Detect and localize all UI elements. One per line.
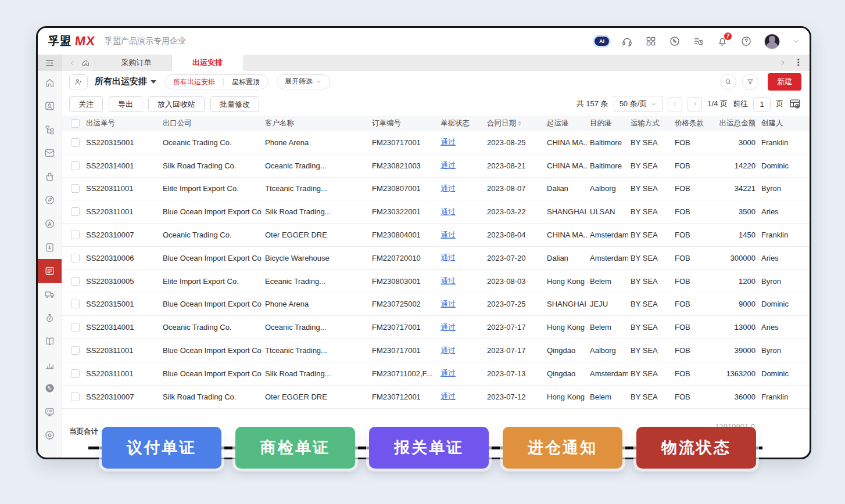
sidebar-item-org-structure[interactable]	[38, 118, 62, 142]
goto-page-input[interactable]	[753, 97, 771, 111]
view-title[interactable]: 所有出运安排	[95, 76, 147, 87]
table-row[interactable]: SS220310007Silk Road Trading Co.Oter EGG…	[62, 386, 810, 409]
table-row[interactable]: SS220314001Oceanic Trading Co.Oceanic Tr…	[62, 316, 810, 339]
cell-customer-name: Oter EGGER DRE	[262, 231, 369, 239]
sidebar-item-ledger[interactable]	[38, 330, 62, 354]
row-checkbox[interactable]	[71, 184, 80, 193]
row-checkbox[interactable]	[71, 161, 80, 170]
toolbar-button-放入回收站[interactable]: 放入回收站	[148, 96, 205, 112]
row-checkbox[interactable]	[71, 393, 80, 401]
row-checkbox[interactable]	[71, 346, 80, 355]
table-body: SS220315001Oceanic Trading Co.Phone Aren…	[62, 131, 810, 409]
sidebar-item-shipments[interactable]	[38, 259, 62, 283]
back-icon[interactable]	[68, 59, 77, 67]
doc-status-link[interactable]: 通过	[441, 138, 456, 146]
row-checkbox[interactable]	[71, 207, 80, 216]
doc-status-link[interactable]: 通过	[441, 184, 456, 193]
flow-button-进仓通知[interactable]: 进仓通知	[503, 427, 622, 469]
doc-status-link[interactable]: 通过	[441, 161, 456, 170]
table-row[interactable]: SS220315001Oceanic Trading Co.Phone Aren…	[62, 131, 810, 154]
doc-status-link[interactable]: 通过	[441, 346, 456, 355]
help-icon[interactable]	[740, 35, 752, 47]
page-size-select[interactable]: 50 条/页	[614, 96, 663, 112]
tab-more-icon[interactable]: ⋯	[794, 59, 803, 67]
table-row[interactable]: SS220310005Elite Import Export Co.Eceani…	[62, 270, 810, 293]
flow-button-商检单证[interactable]: 商检单证	[235, 427, 355, 469]
column-header-出口公司: 出口公司	[160, 118, 262, 128]
row-checkbox[interactable]	[71, 231, 80, 239]
toolbar-button-导出[interactable]: 导出	[109, 96, 142, 112]
sidebar-item-workbench[interactable]	[38, 400, 62, 424]
row-checkbox[interactable]	[71, 300, 80, 308]
row-checkbox[interactable]	[71, 369, 80, 378]
table-row[interactable]: SS220314001Silk Road Trading Co.Oceanic …	[62, 154, 810, 178]
sidebar-item-home[interactable]	[38, 71, 62, 95]
flow-button-报关单证[interactable]: 报关单证	[369, 427, 489, 469]
column-settings-icon[interactable]	[789, 98, 801, 110]
row-checkbox[interactable]	[71, 277, 80, 286]
row-checkbox[interactable]	[71, 323, 80, 332]
user-avatar[interactable]	[764, 34, 780, 49]
table-row[interactable]: SS220310007Oceanic Trading Co.Oter EGGER…	[62, 224, 810, 247]
cell-transport-mode: BY SEA	[628, 323, 672, 332]
tab-采购订单[interactable]: 采购订单	[101, 55, 172, 71]
task-list-icon[interactable]	[693, 35, 704, 47]
row-checkbox[interactable]	[71, 138, 80, 147]
sidebar-item-marketing[interactable]	[38, 212, 62, 236]
table-row[interactable]: SS220311001Blue Ocean Import Export Co.T…	[62, 339, 810, 362]
table-row[interactable]: SS220311001Blue Ocean Import Export Co.S…	[62, 362, 810, 386]
view-dropdown-caret-icon[interactable]	[151, 80, 156, 84]
sidebar-item-whatsapp-filled[interactable]	[38, 377, 62, 401]
toolbar-button-关注[interactable]: 关注	[69, 96, 103, 112]
headset-icon[interactable]	[621, 35, 633, 47]
sidebar-item-orders[interactable]	[38, 165, 62, 189]
scroll-tabs-right-icon[interactable]	[779, 59, 787, 67]
home-icon[interactable]	[81, 59, 90, 67]
next-page-button[interactable]	[688, 97, 702, 111]
app-grid-icon[interactable]	[645, 35, 657, 47]
search-button[interactable]	[720, 74, 736, 90]
owner-filter-button[interactable]	[69, 74, 88, 89]
ai-assistant-button[interactable]: AI	[595, 37, 609, 46]
doc-status-link[interactable]: 通过	[441, 276, 456, 285]
sidebar-item-finance[interactable]	[38, 306, 62, 330]
collapse-sidebar-button[interactable]	[38, 55, 62, 71]
doc-status-link[interactable]: 通过	[441, 207, 456, 216]
flow-button-议付单证[interactable]: 议付单证	[102, 427, 221, 469]
tab-出运安排[interactable]: 出运安排	[172, 55, 243, 71]
cell-destination-port: Aalborg	[587, 184, 628, 193]
sidebar-item-reports[interactable]	[38, 353, 62, 377]
sidebar-item-discover[interactable]	[38, 189, 62, 213]
sidebar-item-quotations[interactable]	[38, 236, 62, 260]
doc-status-link[interactable]: 通过	[441, 369, 456, 377]
doc-status-link[interactable]: 通过	[441, 323, 456, 332]
doc-status-link[interactable]: 通过	[441, 392, 456, 401]
table-row[interactable]: SS220311001Blue Ocean Import Export Co.S…	[62, 200, 810, 224]
toolbar-button-批量修改[interactable]: 批量修改	[210, 96, 259, 112]
doc-status-link[interactable]: 通过	[441, 300, 456, 308]
create-new-button[interactable]: 新建	[768, 73, 801, 91]
expand-filter-button[interactable]: 展开筛选	[277, 74, 330, 89]
chevron-down-icon[interactable]	[792, 37, 800, 45]
whatsapp-icon[interactable]	[669, 35, 681, 47]
prev-page-button[interactable]	[668, 97, 682, 111]
filter-starred-top[interactable]: 星标置顶	[224, 75, 268, 89]
row-checkbox[interactable]	[71, 254, 80, 262]
select-all-checkbox[interactable]	[71, 119, 80, 128]
filter-all-shipments[interactable]: 所有出运安排	[165, 75, 223, 89]
sort-control[interactable]	[518, 121, 521, 126]
table-row[interactable]: SS220310006Blue Ocean Import Export Co.B…	[62, 247, 810, 270]
advanced-filter-button[interactable]	[742, 74, 758, 90]
table-row[interactable]: SS220315001Blue Ocean Import Export Co.P…	[62, 293, 810, 316]
table-row[interactable]: SS220311001Elite Import Export Co.Ttcean…	[62, 178, 810, 201]
doc-status-link[interactable]: 通过	[441, 253, 456, 262]
flow-button-物流状态[interactable]: 物流状态	[636, 427, 756, 469]
sidebar-item-logistics[interactable]	[38, 283, 62, 307]
doc-status-link[interactable]: 通过	[441, 231, 456, 239]
cell-shipment-no: SS220310006	[83, 254, 160, 262]
row-select-cell	[62, 346, 83, 355]
sidebar-item-mail[interactable]	[38, 142, 62, 165]
cell-total-amount: 3000	[715, 138, 757, 147]
notification-bell-icon[interactable]: 7	[717, 35, 728, 47]
sidebar-item-customers[interactable]	[38, 95, 62, 118]
